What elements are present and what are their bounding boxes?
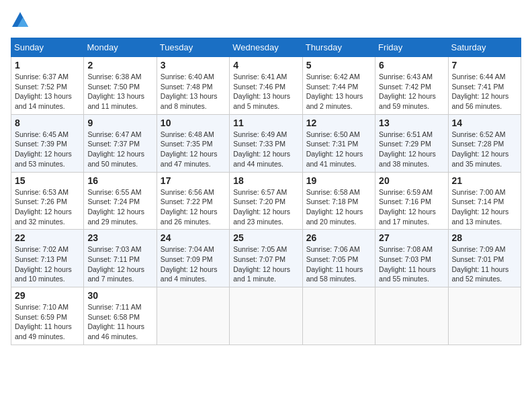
day-info: Sunrise: 7:06 AMSunset: 7:05 PMDaylight:…	[306, 244, 371, 284]
day-info: Sunrise: 7:09 AMSunset: 7:01 PMDaylight:…	[452, 244, 517, 284]
calendar-cell: 4Sunrise: 6:41 AMSunset: 7:46 PMDaylight…	[230, 57, 302, 115]
calendar-cell: 21Sunrise: 7:00 AMSunset: 7:14 PMDayligh…	[448, 172, 521, 230]
day-info: Sunrise: 6:53 AMSunset: 7:26 PMDaylight:…	[15, 187, 80, 227]
day-info: Sunrise: 7:08 AMSunset: 7:03 PMDaylight:…	[379, 244, 444, 284]
day-info: Sunrise: 7:03 AMSunset: 7:11 PMDaylight:…	[87, 244, 152, 284]
day-number: 11	[233, 118, 298, 128]
calendar-cell: 15Sunrise: 6:53 AMSunset: 7:26 PMDayligh…	[11, 172, 84, 230]
day-info: Sunrise: 6:58 AMSunset: 7:18 PMDaylight:…	[306, 187, 371, 227]
calendar-cell	[302, 287, 375, 345]
day-number: 2	[87, 60, 152, 71]
day-number: 22	[15, 232, 80, 243]
day-info: Sunrise: 6:56 AMSunset: 7:22 PMDaylight:…	[161, 187, 226, 227]
calendar-cell: 28Sunrise: 7:09 AMSunset: 7:01 PMDayligh…	[448, 230, 521, 287]
day-info: Sunrise: 6:50 AMSunset: 7:31 PMDaylight:…	[306, 130, 371, 169]
calendar-cell: 1Sunrise: 6:37 AMSunset: 7:52 PMDaylight…	[11, 57, 84, 115]
logo-icon	[11, 11, 30, 30]
calendar-cell: 19Sunrise: 6:58 AMSunset: 7:18 PMDayligh…	[302, 172, 375, 230]
calendar-cell: 30Sunrise: 7:11 AMSunset: 6:58 PMDayligh…	[84, 287, 157, 345]
day-info: Sunrise: 7:10 AMSunset: 6:59 PMDaylight:…	[15, 302, 80, 342]
day-info: Sunrise: 6:52 AMSunset: 7:28 PMDaylight:…	[452, 130, 517, 169]
day-info: Sunrise: 7:11 AMSunset: 6:58 PMDaylight:…	[87, 302, 152, 342]
calendar-week-row: 15Sunrise: 6:53 AMSunset: 7:26 PMDayligh…	[11, 172, 521, 230]
calendar-cell: 2Sunrise: 6:38 AMSunset: 7:50 PMDaylight…	[84, 57, 157, 115]
calendar-cell: 14Sunrise: 6:52 AMSunset: 7:28 PMDayligh…	[448, 114, 521, 172]
calendar-cell	[157, 287, 229, 345]
day-number: 17	[161, 175, 226, 186]
calendar-cell: 22Sunrise: 7:02 AMSunset: 7:13 PMDayligh…	[11, 230, 84, 287]
day-info: Sunrise: 6:48 AMSunset: 7:35 PMDaylight:…	[161, 130, 226, 169]
calendar-week-row: 8Sunrise: 6:45 AMSunset: 7:39 PMDaylight…	[11, 114, 521, 172]
weekday-header-sunday: Sunday	[11, 38, 84, 57]
page-header	[11, 11, 521, 30]
day-info: Sunrise: 6:57 AMSunset: 7:20 PMDaylight:…	[233, 187, 298, 227]
day-info: Sunrise: 6:45 AMSunset: 7:39 PMDaylight:…	[15, 130, 80, 169]
day-info: Sunrise: 7:00 AMSunset: 7:14 PMDaylight:…	[452, 187, 517, 227]
day-number: 15	[15, 175, 80, 186]
day-number: 18	[233, 175, 298, 186]
day-info: Sunrise: 7:05 AMSunset: 7:07 PMDaylight:…	[233, 244, 298, 284]
weekday-header-friday: Friday	[375, 38, 448, 57]
day-number: 12	[306, 118, 371, 128]
day-number: 10	[161, 118, 226, 128]
calendar-cell: 18Sunrise: 6:57 AMSunset: 7:20 PMDayligh…	[230, 172, 302, 230]
weekday-header-thursday: Thursday	[302, 38, 375, 57]
day-number: 28	[452, 232, 517, 243]
calendar-week-row: 22Sunrise: 7:02 AMSunset: 7:13 PMDayligh…	[11, 230, 521, 287]
logo	[11, 11, 32, 30]
calendar-cell: 29Sunrise: 7:10 AMSunset: 6:59 PMDayligh…	[11, 287, 84, 345]
day-info: Sunrise: 6:47 AMSunset: 7:37 PMDaylight:…	[87, 130, 152, 169]
calendar-cell: 26Sunrise: 7:06 AMSunset: 7:05 PMDayligh…	[302, 230, 375, 287]
calendar-cell: 13Sunrise: 6:51 AMSunset: 7:29 PMDayligh…	[375, 114, 448, 172]
day-number: 4	[233, 60, 298, 71]
day-number: 20	[379, 175, 444, 186]
day-number: 19	[306, 175, 371, 186]
weekday-header-saturday: Saturday	[448, 38, 521, 57]
calendar-table: SundayMondayTuesdayWednesdayThursdayFrid…	[11, 38, 521, 345]
calendar-cell: 7Sunrise: 6:44 AMSunset: 7:41 PMDaylight…	[448, 57, 521, 115]
day-number: 7	[452, 60, 517, 71]
calendar-week-row: 29Sunrise: 7:10 AMSunset: 6:59 PMDayligh…	[11, 287, 521, 345]
day-number: 8	[15, 118, 80, 128]
weekday-header-tuesday: Tuesday	[157, 38, 229, 57]
day-number: 6	[379, 60, 444, 71]
calendar-cell: 10Sunrise: 6:48 AMSunset: 7:35 PMDayligh…	[157, 114, 229, 172]
day-number: 30	[87, 290, 152, 301]
day-info: Sunrise: 7:04 AMSunset: 7:09 PMDaylight:…	[161, 244, 226, 284]
day-number: 1	[15, 60, 80, 71]
calendar-header-row: SundayMondayTuesdayWednesdayThursdayFrid…	[11, 38, 521, 57]
day-info: Sunrise: 6:51 AMSunset: 7:29 PMDaylight:…	[379, 130, 444, 169]
calendar-cell: 16Sunrise: 6:55 AMSunset: 7:24 PMDayligh…	[84, 172, 157, 230]
day-info: Sunrise: 6:37 AMSunset: 7:52 PMDaylight:…	[15, 72, 80, 111]
day-info: Sunrise: 7:02 AMSunset: 7:13 PMDaylight:…	[15, 244, 80, 284]
calendar-cell: 11Sunrise: 6:49 AMSunset: 7:33 PMDayligh…	[230, 114, 302, 172]
calendar-cell: 8Sunrise: 6:45 AMSunset: 7:39 PMDaylight…	[11, 114, 84, 172]
day-info: Sunrise: 6:41 AMSunset: 7:46 PMDaylight:…	[233, 72, 298, 111]
calendar-cell: 23Sunrise: 7:03 AMSunset: 7:11 PMDayligh…	[84, 230, 157, 287]
calendar-cell: 17Sunrise: 6:56 AMSunset: 7:22 PMDayligh…	[157, 172, 229, 230]
day-number: 16	[87, 175, 152, 186]
day-number: 9	[87, 118, 152, 128]
day-number: 26	[306, 232, 371, 243]
calendar-cell: 5Sunrise: 6:42 AMSunset: 7:44 PMDaylight…	[302, 57, 375, 115]
day-number: 21	[452, 175, 517, 186]
day-number: 24	[161, 232, 226, 243]
day-number: 29	[15, 290, 80, 301]
calendar-week-row: 1Sunrise: 6:37 AMSunset: 7:52 PMDaylight…	[11, 57, 521, 115]
day-number: 14	[452, 118, 517, 128]
calendar-cell: 3Sunrise: 6:40 AMSunset: 7:48 PMDaylight…	[157, 57, 229, 115]
day-info: Sunrise: 6:42 AMSunset: 7:44 PMDaylight:…	[306, 72, 371, 111]
day-info: Sunrise: 6:55 AMSunset: 7:24 PMDaylight:…	[87, 187, 152, 227]
calendar-cell: 24Sunrise: 7:04 AMSunset: 7:09 PMDayligh…	[157, 230, 229, 287]
day-info: Sunrise: 6:59 AMSunset: 7:16 PMDaylight:…	[379, 187, 444, 227]
weekday-header-wednesday: Wednesday	[230, 38, 302, 57]
calendar-cell: 25Sunrise: 7:05 AMSunset: 7:07 PMDayligh…	[230, 230, 302, 287]
calendar-cell	[375, 287, 448, 345]
day-info: Sunrise: 6:49 AMSunset: 7:33 PMDaylight:…	[233, 130, 298, 169]
weekday-header-monday: Monday	[84, 38, 157, 57]
day-number: 3	[161, 60, 226, 71]
day-number: 25	[233, 232, 298, 243]
day-number: 5	[306, 60, 371, 71]
day-info: Sunrise: 6:38 AMSunset: 7:50 PMDaylight:…	[87, 72, 152, 111]
calendar-cell	[448, 287, 521, 345]
